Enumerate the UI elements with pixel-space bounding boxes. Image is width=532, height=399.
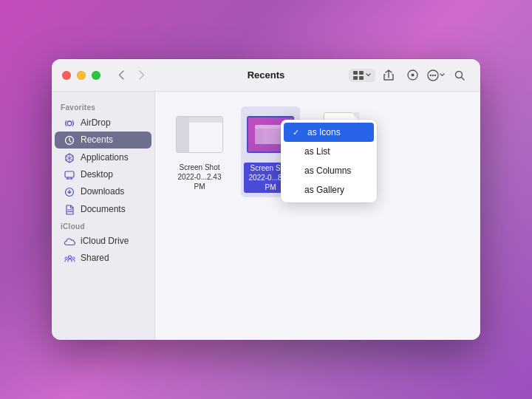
view-option-list[interactable]: as List [281, 142, 377, 161]
sidebar-item-icloud-drive[interactable]: iCloud Drive [55, 233, 151, 250]
svg-rect-1 [359, 71, 364, 75]
window-title: Recents [248, 69, 285, 81]
svg-point-23 [72, 257, 75, 259]
recents-icon [64, 134, 75, 146]
nav-buttons [112, 66, 151, 84]
checkmark-icon: ✓ [293, 128, 301, 137]
svg-point-8 [432, 74, 434, 75]
file-thumbnail [176, 111, 223, 158]
favorites-label: Favorites [52, 99, 154, 114]
svg-point-5 [411, 74, 414, 77]
share-button[interactable] [378, 65, 399, 86]
back-button[interactable] [112, 66, 130, 84]
file-label: Screen Shot 2022-0...2.43 PM [173, 163, 226, 191]
file-item-screenshot1[interactable]: Screen Shot 2022-0...2.43 PM [170, 106, 229, 197]
maximize-button[interactable] [92, 71, 100, 80]
svg-point-7 [430, 74, 432, 75]
forward-button[interactable] [133, 66, 151, 84]
minimize-button[interactable] [77, 71, 86, 80]
close-button[interactable] [62, 71, 71, 80]
downloads-icon [64, 186, 75, 198]
view-option-gallery[interactable]: as Gallery [281, 180, 377, 200]
svg-point-12 [67, 121, 72, 126]
sidebar-item-desktop[interactable]: Desktop [55, 166, 151, 183]
sidebar-item-documents[interactable]: Documents [55, 200, 151, 218]
sidebar-item-downloads[interactable]: Downloads [55, 183, 151, 201]
main-content: Screen Shot 2022-0...2.43 PM [155, 92, 480, 340]
svg-point-21 [68, 256, 71, 259]
sidebar-item-shared[interactable]: Shared [55, 250, 151, 267]
svg-rect-14 [65, 171, 74, 177]
sidebar-item-label: Downloads [81, 186, 124, 197]
sidebar-item-recents[interactable]: Recents [55, 132, 151, 149]
svg-point-9 [434, 74, 436, 75]
checkmark-placeholder [290, 166, 299, 175]
desktop-icon [64, 169, 75, 180]
finder-window: Recents [52, 59, 480, 340]
checkmark-placeholder [290, 185, 299, 194]
svg-line-11 [462, 77, 465, 80]
svg-rect-2 [353, 76, 358, 80]
icloud-label: iCloud [52, 218, 154, 233]
svg-rect-3 [359, 76, 364, 80]
shared-icon [64, 253, 75, 264]
title-bar: Recents [52, 59, 480, 92]
view-button[interactable] [349, 69, 375, 82]
icloud-drive-icon [64, 236, 75, 247]
sidebar-item-label: Documents [81, 204, 126, 214]
checkmark-placeholder [290, 147, 299, 156]
tag-button[interactable] [402, 65, 423, 86]
sidebar-item-label: Applications [81, 152, 129, 163]
applications-icon [64, 151, 75, 163]
content-area: Favorites AirDrop [52, 92, 480, 340]
sidebar-item-label: iCloud Drive [81, 236, 129, 246]
svg-point-22 [65, 257, 67, 259]
search-button[interactable] [449, 65, 470, 86]
sidebar-item-airdrop[interactable]: AirDrop [55, 114, 151, 132]
view-option-icons[interactable]: ✓ as Icons [284, 123, 374, 142]
view-option-columns[interactable]: as Columns [281, 161, 377, 180]
sidebar-item-label: Recents [81, 134, 113, 145]
view-dropdown-menu: ✓ as Icons as List as Columns as Gallery [281, 120, 377, 202]
traffic-lights [62, 71, 100, 80]
airdrop-icon [64, 117, 75, 129]
svg-rect-0 [353, 71, 358, 75]
sidebar-item-label: AirDrop [81, 117, 111, 128]
sidebar-item-applications[interactable]: Applications [55, 149, 151, 166]
sidebar: Favorites AirDrop [52, 92, 155, 340]
sidebar-item-label: Shared [81, 253, 109, 263]
documents-icon [64, 203, 75, 215]
sidebar-item-label: Desktop [81, 169, 113, 180]
toolbar-right [349, 65, 470, 86]
action-button[interactable] [426, 65, 446, 86]
